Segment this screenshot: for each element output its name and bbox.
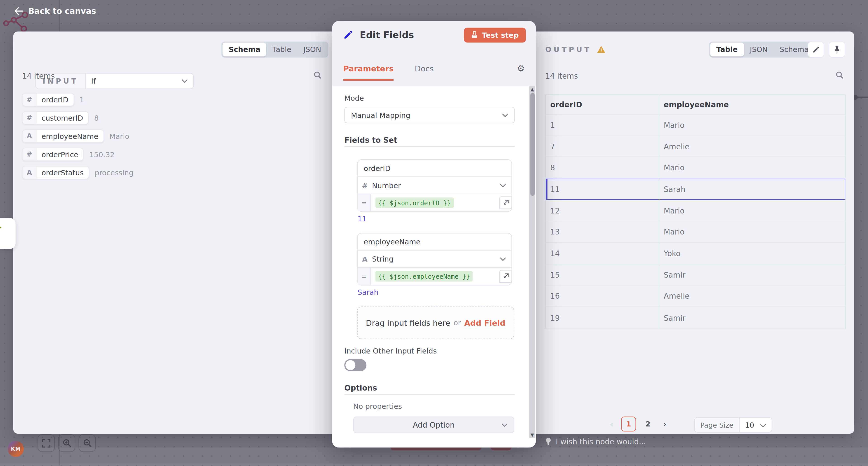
field-name-input[interactable]: orderID (358, 160, 512, 177)
table-row[interactable]: 7Amelie (546, 136, 845, 158)
table-row[interactable]: 15Samir (546, 264, 845, 286)
toggle-knob (345, 360, 355, 370)
page-size-label: Page Size (694, 418, 739, 432)
input-source-value: If (86, 74, 182, 89)
schema-field-value: processing (95, 168, 133, 177)
drag-fields-dropzone[interactable]: Drag input fields here or Add Field (357, 306, 515, 339)
prev-page-button[interactable]: ‹ (607, 419, 617, 429)
input-node-card-if[interactable] (0, 218, 16, 249)
page-button-2[interactable]: 2 (640, 417, 655, 431)
schema-field-row: #customerID8 (22, 111, 133, 125)
if-node-icon (0, 218, 16, 249)
modal-tabs: Parameters Docs ⚙ (332, 64, 536, 86)
node-connector (852, 94, 868, 101)
table-cell: Mario (659, 114, 845, 135)
input-schema-list: #orderID1#customerID8AemployeeNameMario#… (22, 93, 133, 179)
schema-field-pill[interactable]: #orderID (22, 93, 74, 106)
scrollbar-thumb[interactable] (530, 93, 535, 196)
schema-field-name: customerID (37, 112, 88, 124)
schema-field-name: orderPrice (37, 148, 84, 160)
output-items-count: 14 items (545, 71, 578, 80)
table-row[interactable]: 12Mario (546, 200, 845, 222)
next-page-button[interactable]: › (660, 419, 670, 429)
scroll-up-arrow[interactable]: ▲ (529, 87, 535, 92)
table-cell: Mario (659, 157, 845, 178)
dropzone-or: or (454, 319, 461, 327)
field-value-row: = {{ $json.orderID }} (358, 194, 512, 211)
schema-field-name: employeeName (37, 130, 103, 142)
output-table-body: 1Mario7Amelie8Mario11Sarah12Mario13Mario… (546, 114, 845, 328)
zoom-out-button[interactable] (79, 434, 96, 452)
number-type-icon: # (23, 112, 36, 124)
tab-input-table[interactable]: Table (267, 43, 297, 57)
output-search-icon[interactable] (835, 71, 844, 79)
mode-select[interactable]: Manual Mapping (344, 107, 515, 123)
expression-result: 11 (358, 214, 367, 223)
schema-field-pill[interactable]: #customerID (22, 111, 89, 125)
schema-field-pill[interactable]: #orderPrice (22, 148, 84, 161)
pin-data-button[interactable] (829, 41, 845, 58)
table-cell: 1 (546, 114, 659, 135)
edit-output-button[interactable] (808, 41, 824, 58)
open-expression-editor-icon[interactable] (499, 270, 512, 282)
node-settings-gear-icon[interactable]: ⚙ (517, 64, 525, 73)
include-other-fields-toggle[interactable] (344, 359, 366, 371)
avatar-initials: KM (11, 446, 21, 452)
table-row[interactable]: 8Mario (546, 157, 845, 179)
modal-scrollbar[interactable]: ▲ ▼ (529, 86, 535, 438)
add-option-label: Add Option (413, 420, 455, 429)
schema-field-pill[interactable]: AorderStatus (22, 166, 89, 179)
table-cell: 15 (546, 264, 659, 285)
table-row[interactable]: 11Sarah (546, 179, 845, 200)
modal-title: Edit Fields (360, 30, 414, 40)
open-expression-editor-icon[interactable] (499, 196, 512, 209)
zoom-in-icon (62, 439, 71, 447)
schema-field-value: 1 (79, 95, 84, 104)
table-cell: Samir (659, 264, 845, 285)
input-search-icon[interactable] (313, 71, 322, 79)
column-header-employeename[interactable]: employeeName (659, 95, 845, 114)
table-cell: 13 (546, 222, 659, 242)
input-source-select[interactable]: INPUT If (35, 73, 194, 89)
field-name-input[interactable]: employeeName (358, 233, 512, 251)
fit-view-button[interactable] (38, 434, 55, 452)
field-type-select[interactable]: # Number (358, 177, 512, 194)
table-row[interactable]: 1Mario (546, 114, 845, 136)
page-button-1[interactable]: 1 (621, 417, 636, 431)
avatar[interactable]: KM (8, 441, 24, 457)
field-value-row: = {{ $json.employeeName }} (358, 268, 512, 285)
zoom-in-button[interactable] (58, 434, 75, 452)
table-row[interactable]: 14Yoko (546, 243, 845, 264)
table-row[interactable]: 13Mario (546, 222, 845, 243)
page-size-select[interactable]: Page Size 10 (694, 417, 772, 433)
lightbulb-icon (545, 437, 551, 446)
add-option-select[interactable]: Add Option (353, 417, 514, 433)
tab-output-table[interactable]: Table (710, 43, 744, 57)
tab-output-json[interactable]: JSON (744, 43, 774, 57)
tab-parameters[interactable]: Parameters (343, 64, 394, 80)
add-field-button[interactable]: Add Field (464, 318, 505, 327)
pin-icon (834, 45, 840, 54)
tab-input-json[interactable]: JSON (297, 43, 327, 57)
tab-docs[interactable]: Docs (415, 64, 434, 80)
node-feedback-link[interactable]: I wish this node would... (545, 437, 646, 446)
table-row[interactable]: 19Samir (546, 307, 845, 329)
divider (344, 146, 515, 146)
table-cell: 7 (546, 136, 659, 157)
table-cell: Mario (659, 200, 845, 221)
schema-field-value: 8 (94, 113, 98, 122)
scroll-down-arrow[interactable]: ▼ (529, 433, 535, 437)
input-items-count: 14 items (22, 71, 55, 80)
tab-input-schema[interactable]: Schema (222, 43, 267, 57)
expression-input[interactable]: {{ $json.orderID }} (375, 197, 454, 208)
expression-input[interactable]: {{ $json.employeeName }} (375, 271, 473, 282)
output-view-tabs: Table JSON Schema (709, 41, 816, 58)
modal-header: Edit Fields Test step (332, 21, 536, 48)
test-step-button[interactable]: Test step (464, 27, 526, 42)
zoom-out-icon (83, 439, 92, 447)
column-header-orderid[interactable]: orderID (546, 95, 659, 114)
schema-field-pill[interactable]: AemployeeName (22, 129, 104, 143)
table-row[interactable]: 16Amelie (546, 286, 845, 307)
field-type-select[interactable]: A String (358, 251, 512, 268)
back-to-canvas-button[interactable]: Back to canvas (14, 6, 96, 15)
